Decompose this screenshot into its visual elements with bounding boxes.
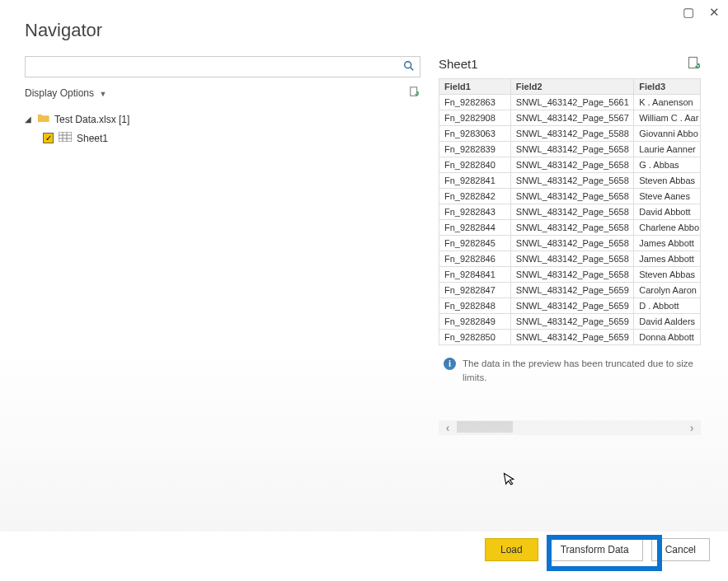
- table-cell: Giovanni Abbo: [634, 126, 701, 142]
- table-row[interactable]: Fn_9283063SNWL_483142_Page_5588Giovanni …: [439, 126, 701, 142]
- scroll-left-icon[interactable]: ‹: [439, 421, 457, 434]
- transform-data-button[interactable]: Transform Data: [547, 538, 643, 561]
- cancel-button[interactable]: Cancel: [651, 538, 710, 561]
- table-row[interactable]: Fn_9282846SNWL_483142_Page_5658James Abb…: [439, 251, 701, 267]
- table-cell: Charlene Abbo: [634, 220, 701, 236]
- table-cell: Fn_9282848: [439, 298, 511, 314]
- table-cell: SNWL_483142_Page_5658: [510, 220, 633, 236]
- table-cell: Fn_9282863: [439, 95, 511, 110]
- search-input-container[interactable]: [25, 56, 420, 77]
- preview-pane: Sheet1 Field1Field2Field3 Fn_9282863SNWL…: [439, 56, 701, 435]
- table-cell: Donna Abbott: [634, 330, 701, 345]
- svg-line-1: [411, 67, 414, 70]
- table-row[interactable]: Fn_9282840SNWL_483142_Page_5658G . Abbas: [439, 157, 701, 173]
- table-cell: Carolyn Aaron: [634, 283, 701, 298]
- search-icon[interactable]: [403, 60, 415, 74]
- table-cell: SNWL_483142_Page_5658: [510, 157, 633, 173]
- table-row[interactable]: Fn_9284841SNWL_483142_Page_5658Steven Ab…: [439, 267, 701, 283]
- maximize-icon[interactable]: ▢: [683, 5, 694, 20]
- table-cell: Fn_9282842: [439, 189, 511, 204]
- table-cell: David Abbott: [634, 204, 701, 220]
- table-cell: Fn_9284841: [439, 267, 511, 283]
- table-cell: G . Abbas: [634, 157, 701, 173]
- svg-point-0: [405, 61, 411, 68]
- dialog-buttons: Load Transform Data Cancel: [485, 538, 710, 561]
- table-cell: Fn_9282843: [439, 204, 511, 220]
- scroll-track[interactable]: [457, 420, 683, 435]
- scroll-right-icon[interactable]: ›: [683, 421, 701, 434]
- table-cell: Fn_9282849: [439, 314, 511, 330]
- table-cell: Fn_9282846: [439, 251, 511, 267]
- table-row[interactable]: Fn_9282908SNWL_483142_Page_5567William C…: [439, 110, 701, 126]
- table-cell: SNWL_483142_Page_5658: [510, 236, 633, 251]
- table-cell: SNWL_483142_Page_5658: [510, 267, 633, 283]
- page-title: Navigator: [0, 0, 728, 41]
- table-cell: Laurie Aanner: [634, 142, 701, 157]
- load-button[interactable]: Load: [485, 538, 538, 561]
- column-header[interactable]: Field3: [634, 79, 701, 95]
- table-cell: SNWL_483142_Page_5659: [510, 314, 633, 330]
- table-cell: SNWL_483142_Page_5659: [510, 298, 633, 314]
- table-row[interactable]: Fn_9282848SNWL_483142_Page_5659D . Abbot…: [439, 298, 701, 314]
- preview-table: Field1Field2Field3 Fn_9282863SNWL_463142…: [439, 78, 701, 345]
- table-cell: SNWL_483142_Page_5659: [510, 330, 633, 345]
- table-cell: SNWL_483142_Page_5658: [510, 251, 633, 267]
- tree-file-node[interactable]: ◢ Test Data.xlsx [1]: [25, 111, 420, 127]
- truncated-message: The data in the preview has been truncat…: [463, 357, 696, 384]
- cursor-icon: [503, 471, 519, 490]
- table-cell: Fn_9282845: [439, 236, 511, 251]
- horizontal-scrollbar[interactable]: ‹ ›: [439, 420, 701, 435]
- table-cell: Fn_9282841: [439, 173, 511, 189]
- preview-title: Sheet1: [439, 57, 478, 71]
- display-options-dropdown[interactable]: Display Options ▼: [25, 87, 106, 99]
- tree-sheet-label: Sheet1: [77, 133, 108, 144]
- table-cell: Fn_9282840: [439, 157, 511, 173]
- svg-rect-3: [59, 132, 72, 142]
- table-cell: SNWL_483142_Page_5658: [510, 204, 633, 220]
- table-row[interactable]: Fn_9282844SNWL_483142_Page_5658Charlene …: [439, 220, 701, 236]
- table-cell: SNWL_483142_Page_5659: [510, 283, 633, 298]
- collapse-caret-icon[interactable]: ◢: [25, 115, 33, 124]
- table-cell: Fn_9282847: [439, 283, 511, 298]
- table-cell: SNWL_483142_Page_5658: [510, 173, 633, 189]
- table-cell: William C . Aar: [634, 110, 701, 126]
- chevron-down-icon: ▼: [99, 90, 106, 98]
- table-cell: Fn_9282850: [439, 330, 511, 345]
- table-row[interactable]: Fn_9282839SNWL_483142_Page_5658Laurie Aa…: [439, 142, 701, 157]
- tree-sheet-node[interactable]: ✓ Sheet1: [43, 130, 420, 146]
- table-cell: James Abbott: [634, 251, 701, 267]
- navigator-left-pane: Display Options ▼ ◢ Test Data.xlsx [1] ✓: [25, 56, 420, 435]
- table-row[interactable]: Fn_9282843SNWL_483142_Page_5658David Abb…: [439, 204, 701, 220]
- table-row[interactable]: Fn_9282850SNWL_483142_Page_5659Donna Abb…: [439, 330, 701, 345]
- table-cell: Fn_9283063: [439, 126, 511, 142]
- table-row[interactable]: Fn_9282849SNWL_483142_Page_5659David Aal…: [439, 314, 701, 330]
- table-cell: SNWL_463142_Page_5661: [510, 95, 633, 110]
- table-cell: Steven Abbas: [634, 173, 701, 189]
- table-row[interactable]: Fn_9282845SNWL_483142_Page_5658James Abb…: [439, 236, 701, 251]
- table-cell: SNWL_483142_Page_5567: [510, 110, 633, 126]
- table-cell: SNWL_483142_Page_5658: [510, 142, 633, 157]
- table-row[interactable]: Fn_9282841SNWL_483142_Page_5658Steven Ab…: [439, 173, 701, 189]
- column-header[interactable]: Field1: [439, 79, 511, 95]
- table-cell: James Abbott: [634, 236, 701, 251]
- table-cell: Fn_9282839: [439, 142, 511, 157]
- table-cell: SNWL_483142_Page_5588: [510, 126, 633, 142]
- scroll-thumb[interactable]: [457, 421, 513, 433]
- table-cell: SNWL_483142_Page_5658: [510, 189, 633, 204]
- column-header[interactable]: Field2: [510, 79, 633, 95]
- table-icon: [59, 132, 72, 144]
- source-tree: ◢ Test Data.xlsx [1] ✓ Sheet1: [25, 111, 420, 146]
- page-refresh-icon[interactable]: [409, 86, 420, 100]
- search-input[interactable]: [31, 60, 403, 73]
- table-row[interactable]: Fn_9282863SNWL_463142_Page_5661K . Aanen…: [439, 95, 701, 110]
- checkbox-checked-icon[interactable]: ✓: [43, 133, 54, 143]
- close-icon[interactable]: ✕: [709, 5, 720, 20]
- table-row[interactable]: Fn_9282847SNWL_483142_Page_5659Carolyn A…: [439, 283, 701, 298]
- truncated-info: i The data in the preview has been trunc…: [439, 357, 701, 384]
- table-cell: D . Abbott: [634, 298, 701, 314]
- table-cell: Fn_9282844: [439, 220, 511, 236]
- tree-file-label: Test Data.xlsx [1]: [54, 114, 129, 125]
- table-row[interactable]: Fn_9282842SNWL_483142_Page_5658Steve Aan…: [439, 189, 701, 204]
- table-cell: David Aalders: [634, 314, 701, 330]
- refresh-preview-icon[interactable]: [688, 56, 701, 72]
